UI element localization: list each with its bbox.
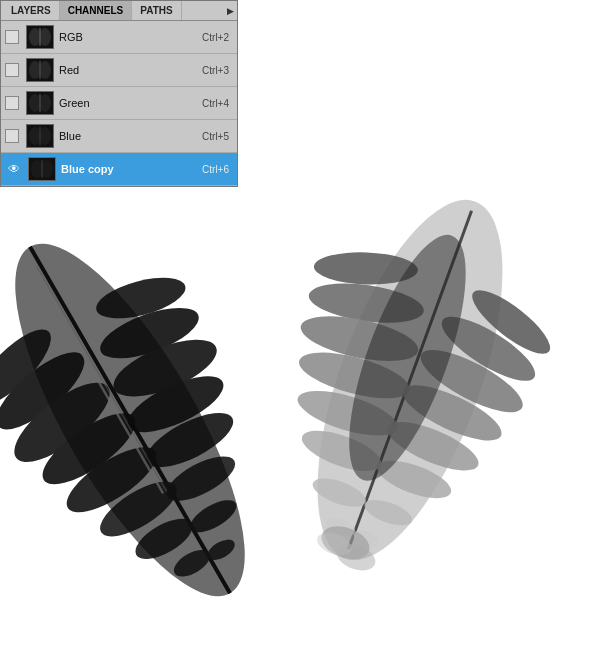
tab-channels[interactable]: CHANNELS xyxy=(60,1,133,20)
channel-row-green[interactable]: Green Ctrl+4 xyxy=(1,87,237,120)
channel-row-rgb[interactable]: RGB Ctrl+2 xyxy=(1,21,237,54)
tab-bar: LAYERS CHANNELS PATHS ▶ xyxy=(1,1,237,21)
svg-point-45 xyxy=(39,28,51,46)
channel-shortcut-red: Ctrl+3 xyxy=(202,65,229,76)
channel-thumb-red xyxy=(26,58,54,82)
channel-eye-blue-copy[interactable]: 👁 xyxy=(5,160,23,178)
svg-point-53 xyxy=(39,94,51,112)
channel-visibility-green[interactable] xyxy=(5,96,19,110)
svg-point-49 xyxy=(39,61,51,79)
channel-name-blue-copy: Blue copy xyxy=(61,163,202,175)
channel-row-blue[interactable]: Blue Ctrl+5 xyxy=(1,120,237,153)
channel-name-red: Red xyxy=(59,64,202,76)
tab-layers[interactable]: LAYERS xyxy=(3,1,60,20)
channel-thumb-blue xyxy=(26,124,54,148)
channel-thumb-blue-copy xyxy=(28,157,56,181)
channel-thumb-rgb xyxy=(26,25,54,49)
channel-visibility-red[interactable] xyxy=(5,63,19,77)
svg-point-61 xyxy=(41,160,53,178)
channel-thumb-green xyxy=(26,91,54,115)
channel-name-green: Green xyxy=(59,97,202,109)
channel-shortcut-blue: Ctrl+5 xyxy=(202,131,229,142)
panel-menu-button[interactable]: ▶ xyxy=(223,1,237,20)
channel-row-blue-copy[interactable]: 👁 Blue copy Ctrl+6 xyxy=(1,153,237,186)
channel-name-blue: Blue xyxy=(59,130,202,142)
channel-shortcut-green: Ctrl+4 xyxy=(202,98,229,109)
channel-row-red[interactable]: Red Ctrl+3 xyxy=(1,54,237,87)
channel-visibility-rgb[interactable] xyxy=(5,30,19,44)
channel-name-rgb: RGB xyxy=(59,31,202,43)
channel-visibility-blue[interactable] xyxy=(5,129,19,143)
channel-shortcut-rgb: Ctrl+2 xyxy=(202,32,229,43)
channel-list: RGB Ctrl+2 Red Ctrl+3 xyxy=(1,21,237,186)
channel-shortcut-blue-copy: Ctrl+6 xyxy=(202,164,229,175)
tab-paths[interactable]: PATHS xyxy=(132,1,181,20)
svg-point-57 xyxy=(39,127,51,145)
channels-panel: LAYERS CHANNELS PATHS ▶ RGB Ctrl+2 xyxy=(0,0,238,187)
